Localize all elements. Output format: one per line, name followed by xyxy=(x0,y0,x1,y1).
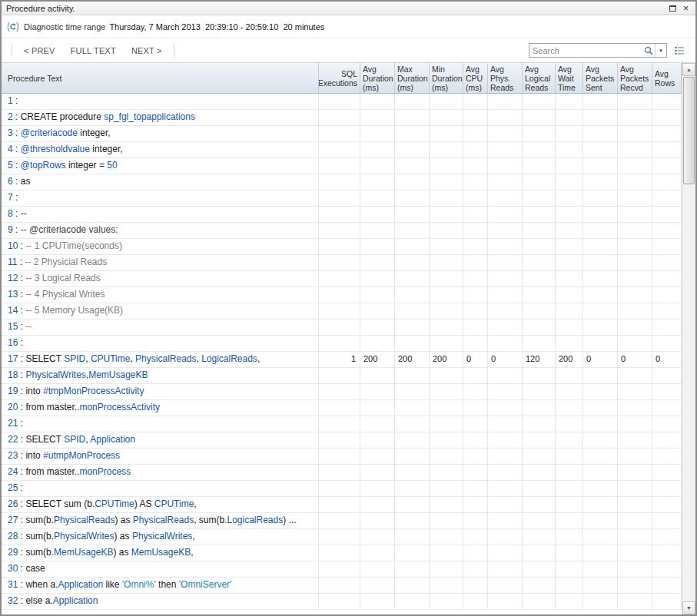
table-row[interactable]: 8 : -- xyxy=(2,207,682,223)
scrollbar-track[interactable] xyxy=(682,76,695,601)
table-row[interactable]: 19 : into #tmpMonProcessActivity xyxy=(2,384,682,400)
vertical-scrollbar[interactable]: ▲ ▼ xyxy=(682,63,695,614)
table-row[interactable]: 11 : -- 2 Physicial Reads xyxy=(2,255,682,271)
value-cell xyxy=(652,110,682,125)
table-row[interactable]: 7 : xyxy=(2,190,682,207)
value-cell xyxy=(463,223,488,238)
value-cell xyxy=(583,481,618,496)
value-cell xyxy=(652,174,682,190)
code-segment: -- xyxy=(21,208,27,219)
table-row[interactable]: 18 : PhysicalWrites,MemUsageKB xyxy=(2,368,682,384)
value-cell xyxy=(463,432,488,448)
value-cell: 200 xyxy=(395,352,430,367)
table-row[interactable]: 31 : when a.Application like 'Omni%' the… xyxy=(2,578,682,594)
value-cell xyxy=(652,255,682,270)
column-header-avg-cpu-ms[interactable]: Avg CPU (ms) xyxy=(463,63,488,93)
column-header-avg-duration-ms[interactable]: Avg Duration (ms) xyxy=(360,63,395,93)
code-segment: @thresholdvalue xyxy=(21,144,90,154)
column-header-max-duration-ms[interactable]: Max Duration (ms) xyxy=(395,63,430,93)
value-cell xyxy=(488,513,523,528)
value-cell xyxy=(430,255,463,270)
table-row[interactable]: 9 : -- @criteriacode values: xyxy=(2,223,682,239)
value-cell xyxy=(463,158,488,174)
table-row[interactable]: 20 : from master..monProcessActivity xyxy=(2,400,682,416)
table-row[interactable]: 2 : CREATE procedure sp_fgl_topapplicati… xyxy=(2,110,682,126)
line-number: 19 xyxy=(8,386,18,396)
code-segment: -- xyxy=(25,321,32,332)
table-row[interactable]: 28 : sum(b.PhysicalWrites) as PhysicalWr… xyxy=(2,529,682,545)
table-row[interactable]: 16 : xyxy=(2,336,682,352)
table-row[interactable]: 26 : SELECT sum (b.CPUTime) AS CPUTime, xyxy=(2,497,682,513)
procedure-text-cell: 18 : PhysicalWrites,MemUsageKB xyxy=(2,368,319,383)
table-row[interactable]: 4 : @thresholdvalue integer, xyxy=(2,142,682,158)
search-icon[interactable] xyxy=(642,46,655,55)
value-cell xyxy=(488,529,523,545)
column-header-avg-rows[interactable]: Avg Rows xyxy=(652,63,682,93)
value-cell xyxy=(488,239,523,254)
maximize-button[interactable] xyxy=(666,2,679,14)
scroll-down-button[interactable]: ▼ xyxy=(682,601,695,614)
value-cell xyxy=(488,578,523,593)
column-header-avg-logical-reads[interactable]: Avg Logical Reads xyxy=(523,63,556,93)
column-header-min-duration-ms[interactable]: Min Duration (ms) xyxy=(430,63,463,93)
procedure-text-cell: 30 : case xyxy=(2,561,319,577)
table-row[interactable]: 30 : case xyxy=(2,561,682,578)
value-cell xyxy=(360,513,395,528)
value-cell xyxy=(523,449,556,464)
scrollbar-thumb[interactable] xyxy=(683,77,695,184)
table-row[interactable]: 29 : sum(b.MemUsageKB) as MemUsageKB, xyxy=(2,545,682,561)
value-cell xyxy=(583,368,618,383)
table-row[interactable]: 5 : @topRows integer = 50 xyxy=(2,158,682,174)
value-cell xyxy=(430,287,463,303)
table-row[interactable]: 22 : SELECT SPID, Application xyxy=(2,432,682,449)
code-segment: SPID xyxy=(64,353,85,364)
scroll-up-button[interactable]: ▲ xyxy=(682,63,695,76)
table-row[interactable]: 23 : into #utmpMonProcess xyxy=(2,449,682,465)
value-cell xyxy=(395,174,430,190)
next-button[interactable]: NEXT > xyxy=(124,43,170,58)
value-cell xyxy=(430,465,463,480)
line-number: 15 xyxy=(8,321,18,332)
column-header-avg-phys-reads[interactable]: Avg Phys. Reads xyxy=(488,63,523,93)
table-row[interactable]: 15 : -- xyxy=(2,320,682,336)
value-cell xyxy=(488,416,523,432)
value-cell xyxy=(319,190,360,206)
code-segment: ) as xyxy=(115,531,132,541)
table-row[interactable]: 25 : xyxy=(2,481,682,497)
value-cell xyxy=(319,126,360,141)
value-cell xyxy=(556,94,583,109)
table-row[interactable]: 12 : -- 3 Logical Reads xyxy=(2,271,682,287)
column-header-avg-packets-recvd[interactable]: Avg Packets Recvd xyxy=(618,63,652,93)
full-text-button[interactable]: FULL TEXT xyxy=(63,43,124,58)
column-header-avg-packets-sent[interactable]: Avg Packets Sent xyxy=(583,63,618,93)
value-cell xyxy=(652,207,682,222)
table-row[interactable]: 13 : -- 4 Physical Writes xyxy=(2,287,682,303)
value-cell xyxy=(488,497,523,512)
search-input[interactable] xyxy=(529,45,642,56)
table-row[interactable]: 10 : -- 1 CPUTime(seconds) xyxy=(2,239,682,255)
table-row[interactable]: 17 : SELECT SPID, CPUTime, PhysicalReads… xyxy=(2,352,682,368)
table-row[interactable]: 6 : as xyxy=(2,174,682,190)
line-separator: : xyxy=(13,176,21,187)
table-row[interactable]: 1 : xyxy=(2,94,682,110)
line-number: 17 xyxy=(8,353,18,364)
table-row[interactable]: 21 : xyxy=(2,416,682,432)
value-cell xyxy=(652,449,682,464)
column-header-procedure-text[interactable]: Procedure Text xyxy=(2,63,319,93)
value-cell xyxy=(652,529,682,545)
view-options-button[interactable] xyxy=(674,46,685,55)
prev-button[interactable]: < PREV xyxy=(16,43,63,58)
table-row[interactable]: 32 : else a.Application xyxy=(2,594,682,610)
close-button[interactable]: × xyxy=(679,2,692,14)
table-row[interactable]: 24 : from master..monProcess xyxy=(2,465,682,481)
table-row[interactable]: 14 : -- 5 Memory Usage(KB) xyxy=(2,303,682,320)
value-cell xyxy=(360,287,395,303)
time-range-icon[interactable] xyxy=(7,22,19,32)
table-row[interactable]: 27 : sum(b.PhysicalReads) as PhysicalRea… xyxy=(2,513,682,529)
column-header-sql-executions[interactable]: SQL Executions xyxy=(319,63,360,93)
column-header-avg-wait-time[interactable]: Avg Wait Time xyxy=(556,63,583,93)
search-dropdown-button[interactable]: ▼ xyxy=(655,44,666,57)
value-cell xyxy=(652,416,682,432)
value-cell xyxy=(556,481,583,496)
table-row[interactable]: 3 : @criteriacode integer, xyxy=(2,126,682,142)
